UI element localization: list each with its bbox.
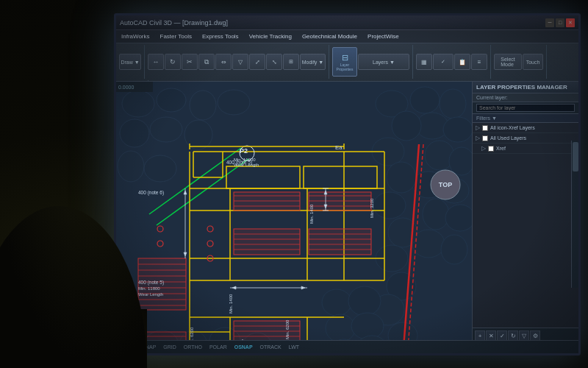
toolbar-btn-select-mode[interactable]: SelectMode — [494, 54, 522, 70]
toolbar-btn-scale[interactable]: ⤡ — [266, 54, 282, 70]
svg-point-1 — [122, 91, 154, 117]
svg-point-25 — [387, 162, 416, 193]
toolbar-btn-match-layer[interactable]: ≡ — [471, 54, 487, 70]
toolbar-btn-paste[interactable]: 📋 — [454, 54, 470, 70]
cad-drawing-area[interactable]: P2 400 (note 6) 400 (note 5) Min. 11900 … — [116, 82, 476, 355]
svg-text:0.0000: 0.0000 — [118, 85, 135, 90]
svg-point-33 — [348, 286, 381, 316]
svg-point-5 — [410, 87, 440, 113]
svg-text:400 (note 6): 400 (note 6) — [138, 190, 164, 196]
menu-item-geotechnical[interactable]: Geotechnical Module — [300, 32, 359, 40]
titlebar-text: AutoCAD Civil 3D — [Drawing1.dwg] — [120, 19, 543, 26]
layer-panel-title: LAYER PROPERTIES MANAGER — [473, 82, 578, 93]
scrollbar-thumb — [573, 142, 578, 171]
layer-refresh-button[interactable]: ↻ — [508, 330, 518, 341]
svg-point-23 — [392, 111, 421, 141]
toolbar-btn-filter[interactable]: ▽ — [232, 54, 248, 70]
svg-point-4 — [218, 90, 250, 115]
menu-item-vehicle-tracking[interactable]: Vehicle Tracking — [247, 32, 294, 40]
layer-name-xref: Xref — [496, 146, 506, 151]
status-lineweight[interactable]: LWT — [289, 344, 299, 350]
svg-text:Wear Length: Wear Length — [234, 163, 259, 167]
toolbar-btn-modify-menu[interactable]: Modify ▼ — [300, 54, 326, 70]
svg-point-19 — [184, 120, 212, 149]
svg-point-17 — [120, 119, 149, 147]
layer-search-area[interactable] — [473, 102, 578, 114]
menu-item-infraworks[interactable]: InfraWorks — [119, 32, 152, 40]
titlebar-controls: ─ □ ✕ — [545, 18, 575, 27]
layer-current-button[interactable]: ✓ — [497, 330, 507, 341]
svg-point-10 — [449, 147, 474, 175]
status-otrack[interactable]: OTRACK — [260, 344, 282, 350]
svg-point-13 — [423, 199, 449, 230]
layer-scrollbar[interactable] — [571, 141, 578, 288]
filters-label: Filters ▼ — [473, 114, 578, 123]
svg-text:TOP: TOP — [439, 181, 452, 188]
svg-text:Min. 1400: Min. 1400 — [229, 294, 233, 314]
layer-item-all-xref[interactable]: ▷ All icon-Xref Layers — [473, 123, 578, 133]
layer-name-all-used: All Used Layers — [490, 135, 526, 141]
toolbar-dropdown-layer[interactable]: Layers ▼ — [358, 54, 409, 70]
toolbar-btn-mirror[interactable]: ⇔ — [215, 54, 232, 70]
toolbar-btn-draw[interactable]: Draw ▼ — [119, 54, 141, 70]
layer-search-input[interactable] — [476, 104, 575, 112]
toolbar-btn-array[interactable]: ⊞ — [283, 54, 299, 70]
toolbar-btn-hatch[interactable]: ▦ — [416, 54, 432, 70]
svg-text:P2: P2 — [240, 147, 248, 155]
svg-text:Min. 6200: Min. 6200 — [285, 319, 290, 339]
menu-item-projectwise[interactable]: ProjectWise — [365, 32, 401, 40]
layer-settings-button[interactable]: ⚙ — [530, 330, 540, 341]
toolbar-btn-rotate[interactable]: ↻ — [165, 54, 181, 70]
svg-point-6 — [440, 89, 466, 118]
toolbar-group-layer: ⊟ LayerProperties Layers ▼ — [332, 45, 413, 79]
svg-point-21 — [144, 155, 176, 182]
toolbar-btn-copy[interactable]: ⧉ — [198, 54, 215, 70]
svg-point-20 — [118, 151, 144, 182]
monitor-screen: AutoCAD Civil 3D — [Drawing1.dwg] ─ □ ✕ … — [114, 13, 581, 355]
svg-point-3 — [190, 91, 216, 120]
svg-text:400 (note 5): 400 (note 5) — [138, 280, 164, 286]
maximize-button[interactable]: □ — [556, 18, 564, 27]
layer-new-button[interactable]: + — [475, 330, 485, 341]
svg-point-2 — [157, 88, 186, 112]
status-ortho[interactable]: ORTHO — [184, 344, 202, 350]
svg-rect-86 — [234, 229, 300, 255]
toolbar-group-select: SelectMode Touch — [494, 45, 547, 79]
status-osnap[interactable]: OSNAP — [234, 344, 253, 350]
layer-tree-icon-2: ▷ — [476, 135, 480, 141]
layer-delete-button[interactable]: ✕ — [486, 330, 496, 341]
svg-text:Min. 1400: Min. 1400 — [309, 204, 314, 224]
layer-color-xref — [488, 146, 494, 152]
svg-point-16 — [441, 235, 467, 264]
toolbar-btn-make-current[interactable]: ✓ — [433, 54, 453, 70]
cad-svg: P2 400 (note 6) 400 (note 5) Min. 11900 … — [116, 82, 476, 355]
svg-rect-78 — [234, 192, 300, 210]
layer-item-xref[interactable]: ▷ Xref — [473, 144, 578, 154]
close-button[interactable]: ✕ — [566, 18, 575, 27]
svg-point-18 — [150, 117, 182, 142]
svg-text:Wear Length: Wear Length — [138, 292, 163, 297]
menu-item-express-tools[interactable]: Express Tools — [200, 32, 241, 40]
layer-tree-icon-3: ▷ — [481, 145, 486, 152]
toolbar-btn-layer-properties[interactable]: ⊟ LayerProperties — [332, 47, 357, 77]
layer-color-all-used — [482, 135, 488, 141]
toolbar-btn-touch[interactable]: Touch — [523, 54, 543, 70]
toolbar-group-hatch: ▦ ✓ 📋 ≡ — [416, 45, 491, 79]
svg-rect-82 — [309, 192, 371, 210]
current-layer-label: Current layer: — [476, 95, 507, 100]
toolbar-btn-trim[interactable]: ✂ — [182, 54, 198, 70]
toolbar-btn-stretch[interactable]: ⤢ — [249, 54, 265, 70]
status-polar[interactable]: POLAR — [209, 344, 227, 350]
layer-panel-current-layer: Current layer: — [473, 93, 578, 102]
layer-filter-button[interactable]: ▽ — [519, 330, 529, 341]
toolbar-btn-move[interactable]: ↔ — [148, 54, 164, 70]
main-container: AutoCAD Civil 3D — [Drawing1.dwg] ─ □ ✕ … — [0, 0, 588, 368]
menu-item-faster-tools[interactable]: Faster Tools — [158, 32, 194, 40]
status-grid[interactable]: GRID — [163, 344, 176, 350]
layer-item-all-used[interactable]: ▷ All Used Layers — [473, 133, 578, 144]
minimize-button[interactable]: ─ — [545, 18, 554, 27]
svg-text:Min. 11900: Min. 11900 — [234, 158, 256, 162]
svg-text:Ea: Ea — [335, 144, 343, 151]
statusbar: Model SNAP GRID ORTHO POLAR OSNAP OTRACK… — [116, 340, 578, 353]
toolbar-group-modify: ↔ ↻ ✂ ⧉ ⇔ ▽ ⤢ ⤡ ⊞ Modify ▼ — [148, 45, 329, 79]
